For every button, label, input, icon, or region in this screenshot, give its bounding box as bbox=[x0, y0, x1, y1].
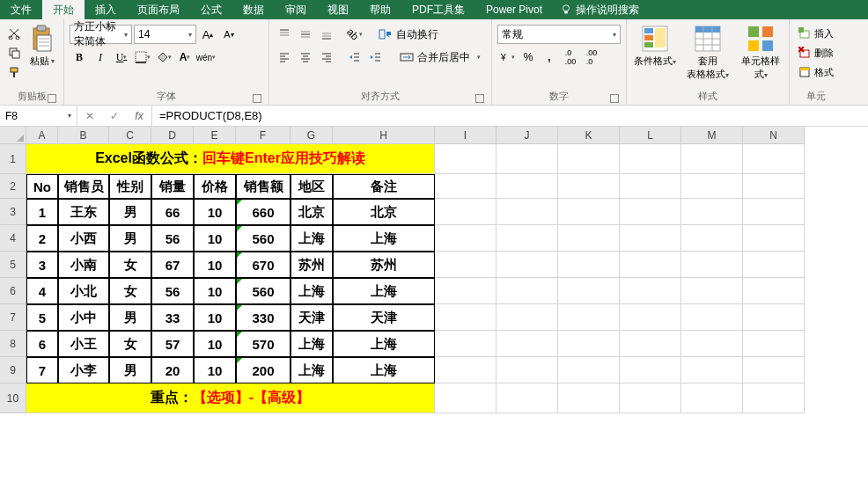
cell-L7[interactable] bbox=[620, 304, 681, 331]
col-header-N[interactable]: N bbox=[743, 127, 805, 144]
number-format-combo[interactable]: 常规▾ bbox=[497, 25, 621, 44]
tab-开始[interactable]: 开始 bbox=[42, 0, 85, 19]
cell-E7[interactable]: 10 bbox=[194, 304, 236, 331]
row-header-1[interactable]: 1 bbox=[0, 144, 26, 174]
cell-B6[interactable]: 小北 bbox=[58, 278, 109, 304]
cell-C6[interactable]: 女 bbox=[109, 278, 151, 304]
tab-审阅[interactable]: 审阅 bbox=[275, 0, 317, 19]
cell-I1[interactable] bbox=[435, 144, 497, 174]
tab-数据[interactable]: 数据 bbox=[232, 0, 275, 19]
cell-K7[interactable] bbox=[558, 304, 620, 331]
cell-D5[interactable]: 67 bbox=[151, 252, 194, 278]
cell-N8[interactable] bbox=[743, 331, 805, 357]
cell-H9[interactable]: 上海 bbox=[333, 357, 435, 383]
cell-A1[interactable]: Excel函数公式：回车键Enter应用技巧解读 bbox=[26, 144, 435, 174]
delete-cells-button[interactable]: 删除 bbox=[795, 44, 837, 62]
cell-N5[interactable] bbox=[743, 252, 805, 278]
cell-M8[interactable] bbox=[681, 331, 743, 357]
tab-插入[interactable]: 插入 bbox=[85, 0, 127, 19]
tell-me-search[interactable]: 操作说明搜索 bbox=[560, 0, 639, 19]
cell-L10[interactable] bbox=[620, 383, 681, 413]
cell-D8[interactable]: 57 bbox=[151, 331, 194, 357]
cell-M6[interactable] bbox=[681, 278, 743, 304]
cell-H5[interactable]: 苏州 bbox=[333, 252, 435, 278]
align-center-button[interactable] bbox=[296, 47, 315, 67]
col-header-H[interactable]: H bbox=[333, 127, 435, 144]
tab-文件[interactable]: 文件 bbox=[0, 0, 42, 19]
increase-decimal-button[interactable]: .0.00 bbox=[561, 47, 580, 67]
col-header-L[interactable]: L bbox=[620, 127, 681, 144]
cell-K8[interactable] bbox=[558, 331, 620, 357]
cell-A6[interactable]: 4 bbox=[26, 278, 58, 304]
cell-G2[interactable]: 地区 bbox=[291, 174, 333, 199]
cell-J4[interactable] bbox=[497, 225, 558, 252]
increase-font-button[interactable]: A▴ bbox=[198, 25, 217, 44]
cell-I8[interactable] bbox=[435, 331, 497, 357]
cell-I7[interactable] bbox=[435, 304, 497, 331]
col-header-A[interactable]: A bbox=[26, 127, 58, 144]
cell-C2[interactable]: 性别 bbox=[109, 174, 151, 199]
cell-F9[interactable]: 200 bbox=[236, 357, 291, 383]
cell-L1[interactable] bbox=[620, 144, 681, 174]
cell-A7[interactable]: 5 bbox=[26, 304, 58, 331]
cell-E8[interactable]: 10 bbox=[194, 331, 236, 357]
cell-I9[interactable] bbox=[435, 357, 497, 383]
cell-D9[interactable]: 20 bbox=[151, 357, 194, 383]
cell-C8[interactable]: 女 bbox=[109, 331, 151, 357]
tab-公式[interactable]: 公式 bbox=[190, 0, 232, 19]
col-header-I[interactable]: I bbox=[435, 127, 497, 144]
cell-N1[interactable] bbox=[743, 144, 805, 174]
cell-F7[interactable]: 330 bbox=[236, 304, 291, 331]
cell-K6[interactable] bbox=[558, 278, 620, 304]
align-middle-button[interactable] bbox=[296, 25, 315, 44]
cell-G7[interactable]: 天津 bbox=[291, 304, 333, 331]
cell-B8[interactable]: 小王 bbox=[58, 331, 109, 357]
row-header-3[interactable]: 3 bbox=[0, 199, 26, 225]
cell-C5[interactable]: 女 bbox=[109, 252, 151, 278]
formula-input[interactable]: =PRODUCT(D8,E8) bbox=[152, 106, 868, 126]
cell-M2[interactable] bbox=[681, 174, 743, 199]
cell-M1[interactable] bbox=[681, 144, 743, 174]
row-header-6[interactable]: 6 bbox=[0, 278, 26, 304]
cell-A9[interactable]: 7 bbox=[26, 357, 58, 383]
dialog-launcher[interactable] bbox=[475, 94, 484, 103]
row-header-2[interactable]: 2 bbox=[0, 174, 26, 199]
cell-G4[interactable]: 上海 bbox=[291, 225, 333, 252]
col-header-K[interactable]: K bbox=[558, 127, 620, 144]
cell-F6[interactable]: 560 bbox=[236, 278, 291, 304]
italic-button[interactable]: I bbox=[91, 47, 110, 67]
cell-F8[interactable]: 570 bbox=[236, 331, 291, 357]
cell-J5[interactable] bbox=[497, 252, 558, 278]
cell-A8[interactable]: 6 bbox=[26, 331, 58, 357]
cell-J9[interactable] bbox=[497, 357, 558, 383]
cell-M5[interactable] bbox=[681, 252, 743, 278]
align-top-button[interactable] bbox=[275, 25, 294, 44]
insert-cells-button[interactable]: 插入 bbox=[795, 25, 837, 42]
cell-J10[interactable] bbox=[497, 383, 558, 413]
dialog-launcher[interactable] bbox=[610, 94, 619, 103]
cell-K10[interactable] bbox=[558, 383, 620, 413]
cell-J8[interactable] bbox=[497, 331, 558, 357]
cell-I5[interactable] bbox=[435, 252, 497, 278]
cell-L2[interactable] bbox=[620, 174, 681, 199]
cell-B2[interactable]: 销售员 bbox=[58, 174, 109, 199]
col-header-D[interactable]: D bbox=[151, 127, 194, 144]
cell-C9[interactable]: 男 bbox=[109, 357, 151, 383]
cell-E3[interactable]: 10 bbox=[194, 199, 236, 225]
row-header-8[interactable]: 8 bbox=[0, 331, 26, 357]
dialog-launcher[interactable] bbox=[253, 94, 261, 103]
select-all-corner[interactable] bbox=[0, 127, 26, 144]
cell-L5[interactable] bbox=[620, 252, 681, 278]
cell-D2[interactable]: 销量 bbox=[151, 174, 194, 199]
cell-H7[interactable]: 天津 bbox=[333, 304, 435, 331]
col-header-B[interactable]: B bbox=[58, 127, 109, 144]
fx-button[interactable]: fx bbox=[127, 106, 151, 126]
cell-C4[interactable]: 男 bbox=[109, 225, 151, 252]
increase-indent-button[interactable] bbox=[366, 47, 386, 67]
cell-F4[interactable]: 560 bbox=[236, 225, 291, 252]
tab-帮助[interactable]: 帮助 bbox=[359, 0, 401, 19]
cell-M9[interactable] bbox=[681, 357, 743, 383]
cell-A5[interactable]: 3 bbox=[26, 252, 58, 278]
cell-H6[interactable]: 上海 bbox=[333, 278, 435, 304]
cell-L3[interactable] bbox=[620, 199, 681, 225]
